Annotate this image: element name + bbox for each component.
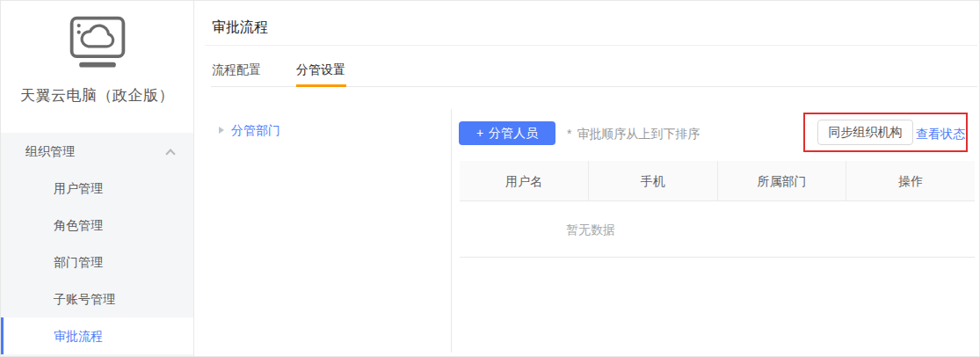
caret-right-icon[interactable]: [219, 127, 224, 134]
approval-order-note: *审批顺序从上到下排序: [567, 127, 700, 142]
tree-node-departments[interactable]: 分管部门: [219, 123, 280, 139]
approval-order-note-text: 审批顺序从上到下排序: [577, 127, 700, 141]
tab-process-config[interactable]: 流程配置: [212, 62, 261, 78]
sidebar-group-label: 组织管理: [25, 144, 75, 158]
page-title: 审批流程: [212, 18, 268, 37]
assignees-table: 用户名 手机 所属部门 操作 暂无数据: [460, 161, 975, 258]
active-tab-underline: [296, 84, 346, 87]
cloud-desktop-logo-icon: [66, 15, 129, 71]
main-content: 审批流程 流程配置 分管设置 分管部门 +分管人员 *审批顺序从上到下排序 同步…: [195, 1, 979, 356]
column-header-actions: 操作: [846, 161, 975, 200]
app-window: 天翼云电脑（政企版） 组织管理 用户管理 角色管理 部门管理 子账号管理 审批流…: [0, 0, 980, 357]
column-header-phone: 手机: [588, 161, 717, 200]
plus-icon: +: [476, 126, 483, 140]
table-empty-state: 暂无数据: [460, 201, 975, 258]
asterisk-mark: *: [567, 127, 571, 141]
sidebar-item-approval-process[interactable]: 审批流程: [1, 317, 193, 354]
column-header-username: 用户名: [460, 161, 588, 200]
sidebar-item-department-management[interactable]: 部门管理: [1, 244, 193, 280]
sidebar-item-role-management[interactable]: 角色管理: [1, 207, 193, 244]
sidebar-item-user-management[interactable]: 用户管理: [1, 170, 193, 207]
brand-title: 天翼云电脑（政企版）: [1, 85, 193, 106]
sidebar-group-org-management[interactable]: 组织管理: [1, 133, 193, 170]
tab-assignment-settings[interactable]: 分管设置: [296, 62, 345, 78]
view-status-link[interactable]: 查看状态: [916, 127, 965, 142]
add-assignee-label: 分管人员: [489, 126, 538, 140]
chevron-up-icon[interactable]: [165, 149, 175, 158]
table-header-row: 用户名 手机 所属部门 操作: [460, 161, 975, 201]
column-header-department: 所属部门: [717, 161, 846, 200]
tree-node-label: 分管部门: [231, 123, 280, 137]
sync-org-structure-button[interactable]: 同步组织机构: [817, 120, 913, 145]
title-divider: [205, 45, 977, 46]
sidebar: 天翼云电脑（政企版） 组织管理 用户管理 角色管理 部门管理 子账号管理 审批流…: [1, 1, 194, 356]
add-assignee-button[interactable]: +分管人员: [459, 121, 555, 145]
sidebar-menu: 组织管理 用户管理 角色管理 部门管理 子账号管理 审批流程: [1, 133, 193, 356]
panel-divider: [451, 109, 452, 353]
sidebar-item-subaccount-management[interactable]: 子账号管理: [1, 280, 193, 317]
